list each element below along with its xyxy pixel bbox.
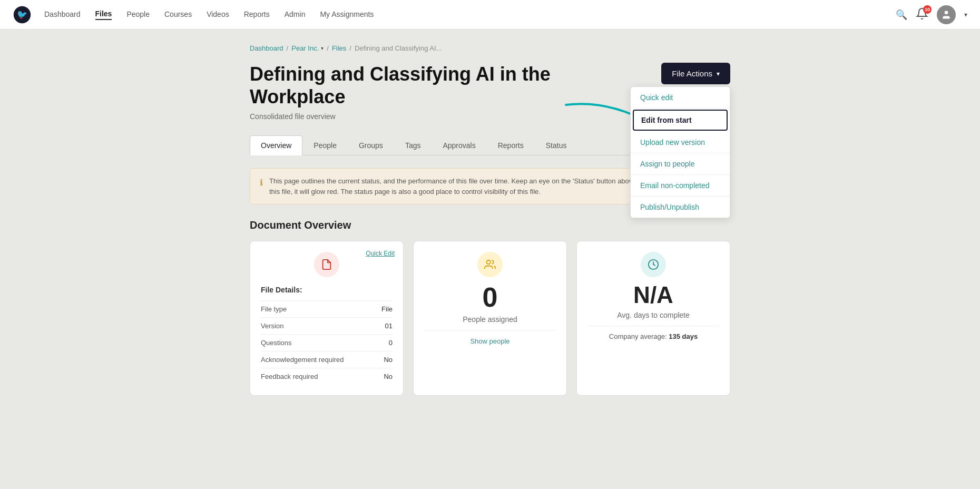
avg-days-icon [641, 252, 666, 277]
tab-approvals[interactable]: Approvals [432, 135, 486, 155]
tab-status[interactable]: Status [535, 135, 578, 155]
breadcrumb-org[interactable]: Pear Inc. ▾ [291, 44, 324, 52]
card-people-assigned: 0 People assigned Show people [413, 241, 567, 396]
avg-days-value: N/A [587, 283, 719, 307]
file-actions-caret-icon: ▾ [717, 70, 720, 77]
nav-links: Dashboard Files People Courses Videos Re… [44, 9, 896, 20]
quick-edit-link[interactable]: Quick Edit [366, 250, 395, 257]
org-chevron-icon: ▾ [321, 45, 324, 51]
people-assigned-count: 0 [424, 283, 556, 311]
cards-row: Quick Edit File Details: File type File … [250, 241, 730, 396]
dropdown-quick-edit[interactable]: Quick edit [631, 87, 730, 109]
card-avg-days: N/A Avg. days to complete Company averag… [576, 241, 730, 396]
svg-point-4 [487, 260, 491, 264]
svg-point-2 [945, 11, 948, 14]
page-subtitle: Consolidated file overview [250, 112, 597, 121]
tab-reports[interactable]: Reports [487, 135, 535, 155]
people-assigned-label: People assigned [424, 315, 556, 324]
page-header: Defining and Classifying AI in the Workp… [250, 63, 730, 121]
breadcrumb-dashboard[interactable]: Dashboard [250, 44, 283, 52]
tab-people[interactable]: People [302, 135, 348, 155]
breadcrumb-files[interactable]: Files [332, 44, 346, 52]
acknowledgement-row: Acknowledgement required No [261, 351, 393, 368]
topnav: 🐦 Dashboard Files People Courses Videos … [0, 0, 980, 30]
svg-text:🐦: 🐦 [17, 9, 28, 20]
avg-card-divider [587, 326, 719, 326]
file-details-label: File Details: [261, 286, 393, 294]
page-title: Defining and Classifying AI in the Workp… [250, 63, 597, 108]
dropdown-upload-new-version[interactable]: Upload new version [631, 132, 730, 153]
company-average: Company average: 135 days [587, 332, 719, 340]
nav-people[interactable]: People [126, 10, 150, 19]
info-icon: ℹ [260, 177, 263, 189]
breadcrumb-current: Defining and Classifying AI... [355, 44, 442, 52]
notification-icon[interactable]: 10 [916, 7, 928, 22]
search-icon[interactable]: 🔍 [896, 9, 907, 21]
file-actions-container: File Actions ▾ Quick edit Edit from star… [661, 63, 730, 84]
file-actions-button[interactable]: File Actions ▾ [661, 63, 730, 84]
show-people-link[interactable]: Show people [470, 337, 509, 345]
nav-dashboard[interactable]: Dashboard [44, 10, 81, 19]
topnav-right: 🔍 10 ▾ [896, 5, 967, 24]
card-divider [424, 330, 556, 330]
card-file-details: Quick Edit File Details: File type File … [250, 241, 404, 396]
main-content: Dashboard / Pear Inc. ▾ / Files / Defini… [237, 30, 743, 426]
dropdown-edit-from-start[interactable]: Edit from start [633, 110, 728, 131]
tab-overview[interactable]: Overview [250, 135, 302, 155]
people-assigned-icon [477, 252, 503, 277]
feedback-row: Feedback required No [261, 368, 393, 385]
breadcrumb: Dashboard / Pear Inc. ▾ / Files / Defini… [250, 44, 730, 52]
questions-row: Questions 0 [261, 334, 393, 351]
nav-videos[interactable]: Videos [207, 10, 229, 19]
section-title-document-overview: Document Overview [250, 219, 730, 231]
tab-groups[interactable]: Groups [348, 135, 394, 155]
dropdown-publish-unpublish[interactable]: Publish/Unpublish [631, 197, 730, 218]
tab-tags[interactable]: Tags [394, 135, 432, 155]
nav-reports[interactable]: Reports [244, 10, 270, 19]
logo[interactable]: 🐦 [13, 5, 32, 24]
avatar-chevron[interactable]: ▾ [964, 11, 967, 18]
nav-files[interactable]: Files [95, 9, 112, 20]
file-type-row: File type File [261, 300, 393, 317]
file-actions-dropdown: Quick edit Edit from start Upload new ve… [630, 86, 730, 218]
nav-courses[interactable]: Courses [164, 10, 192, 19]
version-row: Version 01 [261, 317, 393, 334]
nav-my-assignments[interactable]: My Assignments [320, 10, 374, 19]
avatar[interactable] [937, 5, 956, 24]
file-icon [314, 252, 339, 277]
nav-admin[interactable]: Admin [285, 10, 306, 19]
dropdown-email-non-completed[interactable]: Email non-completed [631, 175, 730, 197]
avg-days-label: Avg. days to complete [587, 311, 719, 319]
dropdown-assign-to-people[interactable]: Assign to people [631, 153, 730, 175]
notification-badge: 10 [923, 5, 932, 14]
